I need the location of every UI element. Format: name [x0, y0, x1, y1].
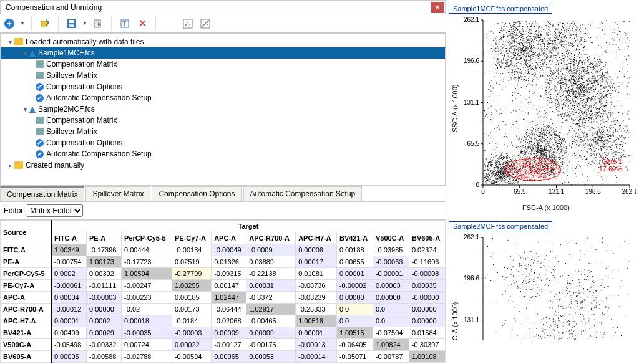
row-header[interactable]: V500C-A [1, 339, 51, 351]
matrix-cell[interactable]: -0.00247 [122, 280, 172, 292]
matrix-cell[interactable]: 1.00515 [336, 327, 373, 339]
col-header[interactable]: BV421-A [336, 232, 373, 244]
matrix-cell[interactable]: 1.00173 [87, 256, 122, 268]
matrix-cell[interactable]: -0.0009 [246, 244, 296, 256]
matrix-cell[interactable]: -0.08736 [296, 280, 337, 292]
matrix-cell[interactable]: 0.00003 [373, 280, 409, 292]
save-button[interactable] [66, 18, 77, 29]
matrix-cell[interactable]: -0.00787 [373, 351, 409, 363]
matrix-cell[interactable]: 0.00009 [212, 327, 246, 339]
tree-sample2-options[interactable]: Compensation Options [1, 137, 445, 148]
col-header[interactable]: PE-A [87, 232, 122, 244]
col-header[interactable]: V500C-A [373, 232, 409, 244]
matrix-cell[interactable]: -0.22138 [246, 268, 296, 280]
matrix-cell[interactable]: 1.00516 [296, 315, 337, 327]
matrix-cell[interactable]: 0.0 [373, 304, 409, 315]
editor-select[interactable]: Matrix Editor [27, 204, 83, 217]
matrix-cell[interactable]: 0.02519 [172, 256, 211, 268]
tab-spillover-matrix[interactable]: Spillover Matrix [85, 186, 150, 201]
matrix-cell[interactable]: -0.00175 [246, 339, 296, 351]
matrix-cell[interactable]: -0.07504 [373, 327, 409, 339]
matrix-cell[interactable]: 0.00000 [409, 304, 445, 315]
matrix-cell[interactable]: 0.00006 [296, 244, 337, 256]
col-header[interactable]: FITC-A [51, 232, 87, 244]
matrix-cell[interactable]: 0.00001 [336, 268, 373, 280]
rename-button[interactable]: T [119, 18, 130, 29]
matrix-cell[interactable]: 0.00173 [172, 304, 211, 315]
col-header[interactable]: PerCP-Cy5-5 [122, 232, 172, 244]
matrix-cell[interactable]: 0.00444 [122, 244, 172, 256]
import-button[interactable] [39, 18, 51, 29]
matrix-cell[interactable]: 0.00147 [212, 280, 246, 292]
matrix-cell[interactable]: 0.00188 [336, 244, 373, 256]
matrix-cell[interactable]: -0.05498 [51, 339, 87, 351]
matrix-cell[interactable]: -0.00063 [373, 256, 409, 268]
matrix-cell[interactable]: 0.0 [373, 315, 409, 327]
matrix-cell[interactable]: -0.00049 [212, 244, 246, 256]
matrix-cell[interactable]: -0.00127 [212, 339, 246, 351]
matrix-cell[interactable]: 0.00053 [246, 351, 296, 363]
row-header[interactable]: PE-A [1, 256, 51, 268]
matrix-cell[interactable]: 0.00004 [51, 292, 87, 304]
matrix-cell[interactable]: -0.02 [122, 304, 172, 315]
row-header[interactable]: PE-Cy7-A [1, 280, 51, 292]
tree-sample1-options[interactable]: Compensation Options [1, 81, 445, 92]
matrix-cell[interactable]: 1.00594 [122, 268, 172, 280]
matrix-cell[interactable]: -0.00013 [296, 339, 337, 351]
tree-sample1-autosetup[interactable]: Automatic Compensation Setup [1, 92, 445, 103]
matrix-cell[interactable]: -0.05071 [336, 351, 373, 363]
matrix-cell[interactable]: -0.00003 [87, 292, 122, 304]
matrix-cell[interactable]: -0.17396 [87, 244, 122, 256]
tree-sample2-compmatrix[interactable]: Compensation Matrix [1, 115, 445, 126]
matrix-cell[interactable]: -0.00001 [373, 268, 409, 280]
matrix-cell[interactable]: 0.00009 [246, 327, 296, 339]
plot-tool-1-button[interactable] [182, 18, 193, 29]
tree-created-manually[interactable]: Created manually [1, 160, 445, 171]
matrix-cell[interactable]: 0.00000 [336, 292, 373, 304]
matrix-cell[interactable]: 0.00035 [409, 280, 445, 292]
matrix-cell[interactable]: 0.0002 [51, 268, 87, 280]
matrix-cell[interactable]: 0.00000 [87, 304, 122, 315]
tree-root[interactable]: Loaded automatically with data files [1, 36, 445, 47]
matrix-cell[interactable]: 1.02917 [246, 304, 296, 315]
matrix-cell[interactable]: 0.00031 [246, 280, 296, 292]
matrix-cell[interactable]: 0.00724 [122, 339, 172, 351]
tree-sample2[interactable]: Sample2MCF.fcs [1, 103, 445, 115]
row-header[interactable]: APC-R700-A [1, 304, 51, 315]
tree-sample2-autosetup[interactable]: Automatic Compensation Setup [1, 148, 445, 160]
col-header[interactable]: APC-R700-A [246, 232, 296, 244]
matrix-cell[interactable]: 0.00001 [296, 327, 337, 339]
matrix-cell[interactable]: -0.00332 [87, 339, 122, 351]
matrix-cell[interactable]: -0.00035 [122, 327, 172, 339]
matrix-cell[interactable]: 0.01584 [409, 327, 445, 339]
matrix-cell[interactable]: 0.00001 [51, 315, 87, 327]
matrix-cell[interactable]: 1.00108 [409, 351, 445, 363]
matrix-cell[interactable]: 0.00017 [296, 256, 337, 268]
row-header[interactable]: BV605-A [1, 351, 51, 363]
row-header[interactable]: BV421-A [1, 327, 51, 339]
matrix-cell[interactable]: -0.0184 [172, 315, 211, 327]
matrix-cell[interactable]: 0.02374 [409, 244, 445, 256]
matrix-cell[interactable]: -0.00754 [51, 256, 87, 268]
plot-tool-2-button[interactable] [200, 18, 211, 29]
export-button[interactable] [92, 18, 104, 29]
matrix-cell[interactable]: -0.3372 [246, 292, 296, 304]
col-header[interactable]: PE-Cy7-A [172, 232, 211, 244]
matrix-cell[interactable]: 0.00655 [336, 256, 373, 268]
matrix-cell[interactable]: 0.00065 [212, 351, 246, 363]
matrix-cell[interactable]: 1.02447 [212, 292, 246, 304]
tab-auto-compensation-setup[interactable]: Automatic Compensation Setup [243, 186, 363, 201]
matrix-cell[interactable]: -0.30397 [409, 339, 445, 351]
matrix-cell[interactable]: 1.00349 [51, 244, 87, 256]
matrix-cell[interactable]: -0.11606 [409, 256, 445, 268]
matrix-cell[interactable]: 0.00000 [373, 292, 409, 304]
tree-sample2-spillover[interactable]: Spillover Matrix [1, 126, 445, 137]
matrix-cell[interactable]: -0.00061 [51, 280, 87, 292]
matrix-cell[interactable]: 0.03889 [246, 256, 296, 268]
col-header[interactable]: APC-A [212, 232, 246, 244]
matrix-cell[interactable]: -0.00594 [172, 351, 211, 363]
tree-sample1[interactable]: Sample1MCF.fcs [1, 47, 445, 59]
tree-sample1-compmatrix[interactable]: Compensation Matrix [1, 59, 445, 70]
matrix-cell[interactable]: 0.00185 [172, 292, 211, 304]
row-header[interactable]: APC-A [1, 292, 51, 304]
